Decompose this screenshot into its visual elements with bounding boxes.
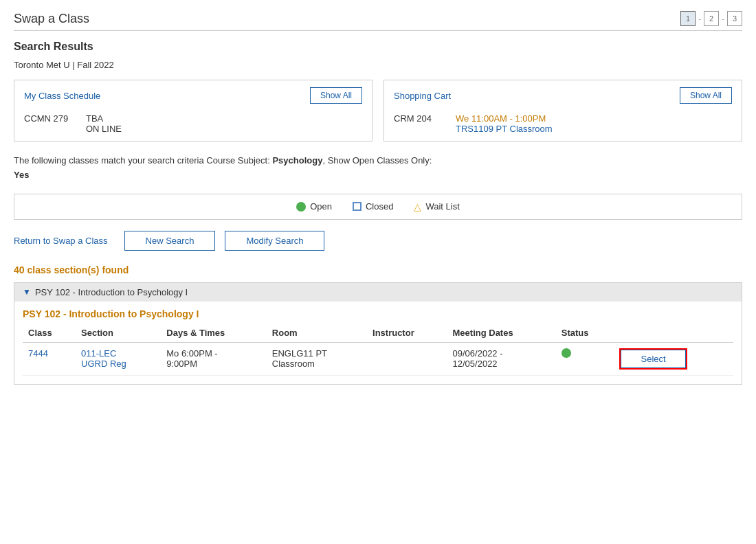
cell-meeting-dates: 09/06/2022 -12/05/2022 <box>447 342 556 375</box>
show-all-schedule-button[interactable]: Show All <box>310 87 362 104</box>
legend-waitlist: △ Wait List <box>414 201 459 212</box>
class-code-ccmn: CCMN 279 <box>24 113 72 124</box>
closed-square-icon <box>353 202 362 211</box>
cart-class-time: We 11:00AM - 1:00PM <box>456 113 553 124</box>
section-line2: UGRD Reg <box>81 359 155 369</box>
class-detail-line1: TBA <box>86 113 122 124</box>
open-dot-icon <box>296 202 306 212</box>
cell-room: ENGLG11 PTClassroom <box>267 342 367 375</box>
cell-days-times: Mo 6:00PM -9:00PM <box>161 342 267 375</box>
col-header-status: Status <box>556 324 614 343</box>
results-count: 40 class section(s) found <box>14 264 742 275</box>
criteria-yes: Yes <box>14 170 29 180</box>
cell-section: 011-LEC UGRD Reg <box>76 342 161 375</box>
modify-search-button[interactable]: Modify Search <box>225 231 324 251</box>
page-title: Swap a Class <box>14 12 89 26</box>
results-table: Class Section Days & Times Room Instruct… <box>23 324 733 376</box>
shopping-cart-panel: Shopping Cart Show All CRM 204 We 11:00A… <box>383 80 742 141</box>
col-header-instructor: Instructor <box>367 324 447 343</box>
collapse-arrow-icon[interactable]: ▼ <box>23 287 31 297</box>
class-code-crm: CRM 204 <box>394 113 442 124</box>
cart-class-details: We 11:00AM - 1:00PM TRS1109 PT Classroom <box>456 113 553 134</box>
select-button[interactable]: Select <box>621 350 685 368</box>
open-label: Open <box>310 201 332 212</box>
cell-class-id: 7444 <box>23 342 76 375</box>
step-sep-1: - <box>697 11 702 26</box>
course-group-content: PSY 102 - Introduction to Psychology I C… <box>14 308 742 384</box>
col-header-class: Class <box>23 324 76 343</box>
legend-closed: Closed <box>353 201 393 212</box>
action-row: Return to Swap a Class New Search Modify… <box>14 231 742 251</box>
step-sep-2: - <box>720 11 726 26</box>
course-group: ▼ PSY 102 - Introduction to Psychology I… <box>14 282 742 385</box>
term-info: Toronto Met U | Fall 2022 <box>14 60 742 70</box>
course-group-header: ▼ PSY 102 - Introduction to Psychology I <box>14 283 742 302</box>
show-all-cart-button[interactable]: Show All <box>680 87 732 104</box>
panel-header-cart: Shopping Cart Show All <box>394 87 732 104</box>
col-header-action <box>614 324 733 343</box>
my-class-schedule-panel: My Class Schedule Show All CCMN 279 TBA … <box>14 80 373 141</box>
waitlist-triangle-icon: △ <box>414 201 421 212</box>
shopping-cart-title[interactable]: Shopping Cart <box>394 91 451 101</box>
step-1: 1 <box>680 11 696 26</box>
new-search-button[interactable]: New Search <box>124 231 216 251</box>
legend-open: Open <box>296 201 332 212</box>
col-header-days-times: Days & Times <box>161 324 267 343</box>
criteria-prefix: The following classes match your search … <box>14 155 272 166</box>
step-2: 2 <box>704 11 719 26</box>
step-indicator: 1 - 2 - 3 <box>680 11 742 26</box>
page-container: Swap a Class 1 - 2 - 3 Search Results To… <box>0 0 756 396</box>
section-line1: 011-LEC <box>81 348 155 359</box>
closed-label: Closed <box>366 201 393 212</box>
page-header: Swap a Class 1 - 2 - 3 <box>14 11 742 31</box>
return-link[interactable]: Return to Swap a Class <box>14 236 108 246</box>
class-details-ccmn: TBA ON LINE <box>86 113 122 134</box>
waitlist-label: Wait List <box>425 201 459 212</box>
criteria-mid: , Show Open Classes Only: <box>322 155 432 166</box>
col-header-section: Section <box>76 324 161 343</box>
select-button-wrapper: Select <box>619 348 687 370</box>
cell-status <box>556 342 614 375</box>
class-row-crm: CRM 204 We 11:00AM - 1:00PM TRS1109 PT C… <box>394 113 732 134</box>
class-row-ccmn: CCMN 279 TBA ON LINE <box>24 113 362 134</box>
legend-bar: Open Closed △ Wait List <box>14 194 742 220</box>
panel-header-schedule: My Class Schedule Show All <box>24 87 362 104</box>
criteria-subject: Psychology <box>272 155 322 166</box>
cell-select: Select <box>614 342 733 375</box>
col-header-room: Room <box>267 324 367 343</box>
panels-row: My Class Schedule Show All CCMN 279 TBA … <box>14 80 742 141</box>
criteria-text: The following classes match your search … <box>14 154 742 183</box>
my-class-schedule-title[interactable]: My Class Schedule <box>24 91 100 101</box>
status-open-dot-icon <box>562 348 571 358</box>
cart-class-room: TRS1109 PT Classroom <box>456 124 553 134</box>
table-header-row: Class Section Days & Times Room Instruct… <box>23 324 733 343</box>
table-row: 7444 011-LEC UGRD Reg Mo 6:00PM -9:00PM … <box>23 342 733 375</box>
cell-instructor <box>367 342 447 375</box>
course-group-header-text: PSY 102 - Introduction to Psychology I <box>35 287 188 297</box>
course-group-title: PSY 102 - Introduction to Psychology I <box>23 308 733 319</box>
section-title: Search Results <box>14 41 742 53</box>
step-3: 3 <box>727 11 742 26</box>
col-header-meeting-dates: Meeting Dates <box>447 324 556 343</box>
class-detail-line2: ON LINE <box>86 124 122 134</box>
